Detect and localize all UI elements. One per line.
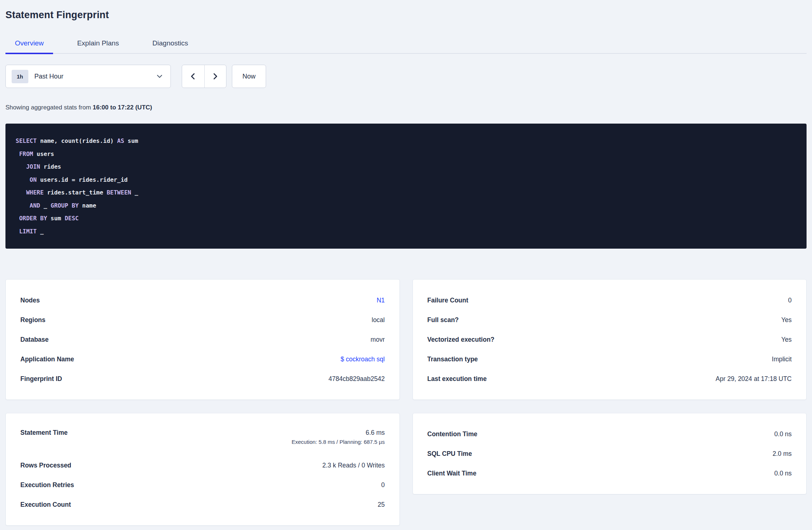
- chevron-right-icon: [212, 72, 218, 80]
- sql-line: ON users.id = rides.rider_id: [16, 173, 796, 186]
- stat-row: Client Wait Time 0.0 ns: [427, 463, 792, 483]
- stat-label: Last execution time: [427, 375, 487, 383]
- stat-label: Fingerprint ID: [20, 375, 62, 383]
- stat-value-wrap: $ cockroach sql: [341, 356, 385, 363]
- tab-explain-plans[interactable]: Explain Plans: [68, 35, 128, 54]
- sql-line: ORDER BY sum DESC: [16, 212, 796, 225]
- time-step-group: [182, 65, 226, 88]
- sql-statement: SELECT name, count(rides.id) AS sum FROM…: [16, 134, 796, 238]
- stat-row: SQL CPU Time 2.0 ms: [427, 444, 792, 463]
- stat-label: Failure Count: [427, 297, 469, 304]
- stat-value: 0: [788, 297, 792, 304]
- card-statement-timing-right: Contention Time 0.0 ns SQL CPU Time 2.0 …: [413, 413, 807, 494]
- stat-row: Nodes N1: [20, 290, 385, 310]
- stat-label: Rows Processed: [20, 462, 71, 469]
- card-statement-timing-left: Statement Time 6.6 ms Execution: 5.8 ms …: [5, 413, 400, 526]
- stat-label: Statement Time: [20, 429, 68, 437]
- stat-value: movr: [371, 336, 385, 344]
- summary-prefix: Showing aggregated stats from: [5, 104, 93, 111]
- stat-value: 2.3 k Reads / 0 Writes: [322, 462, 385, 469]
- stat-label: Full scan?: [427, 316, 459, 324]
- statement-fingerprint-page: Statement Fingerprint Overview Explain P…: [0, 9, 812, 526]
- stat-label: Contention Time: [427, 430, 478, 438]
- stat-label: Transaction type: [427, 356, 478, 363]
- summary-time-range: 16:00 to 17:22 (UTC): [93, 104, 152, 111]
- next-time-button[interactable]: [204, 65, 226, 88]
- stat-row: Execution Count 25: [20, 495, 385, 514]
- time-range-badge: 1h: [12, 70, 28, 83]
- aggregated-stats-summary: Showing aggregated stats from 16:00 to 1…: [5, 104, 807, 111]
- stat-value-wrap: 0: [788, 297, 792, 304]
- stat-value-wrap: 2.3 k Reads / 0 Writes: [322, 462, 385, 469]
- stat-row: Rows Processed 2.3 k Reads / 0 Writes: [20, 455, 385, 475]
- tab-bar: Overview Explain Plans Diagnostics: [5, 35, 807, 54]
- sql-statement-box: SELECT name, count(rides.id) AS sum FROM…: [5, 124, 807, 249]
- time-range-dropdown[interactable]: 1h Past Hour: [5, 65, 171, 88]
- stat-label: Nodes: [20, 297, 40, 304]
- stat-row: Transaction type Implicit: [427, 349, 792, 369]
- stat-value-wrap: 6.6 ms Execution: 5.8 ms / Planning: 687…: [292, 429, 385, 445]
- stat-value-link[interactable]: $ cockroach sql: [341, 356, 385, 363]
- stat-value: 0.0 ns: [774, 470, 792, 477]
- stat-label: Vectorized execution?: [427, 336, 495, 344]
- sql-line: SELECT name, count(rides.id) AS sum: [16, 134, 796, 148]
- stat-value-wrap: 0.0 ns: [774, 430, 792, 438]
- tab-overview[interactable]: Overview: [5, 35, 53, 54]
- stat-row: Contention Time 0.0 ns: [427, 424, 792, 444]
- stat-value-wrap: 0.0 ns: [774, 470, 792, 477]
- stat-value-wrap: 4784cb829aab2542: [329, 375, 385, 383]
- stat-value: 6.6 ms: [366, 429, 385, 437]
- stat-value: 4784cb829aab2542: [329, 375, 385, 383]
- now-button[interactable]: Now: [232, 65, 266, 88]
- card-statement-details-left: Nodes N1 Regions local Database movr App…: [5, 279, 400, 400]
- stat-value-wrap: Apr 29, 2024 at 17:18 UTC: [716, 375, 792, 383]
- stat-value-wrap: 0: [381, 481, 385, 489]
- sql-line: LIMIT _: [16, 225, 796, 238]
- stat-value-link[interactable]: N1: [377, 297, 385, 304]
- stat-value: 25: [378, 501, 385, 509]
- previous-time-button[interactable]: [182, 65, 204, 88]
- stat-value: 0.0 ns: [774, 430, 792, 438]
- stat-label: Application Name: [20, 356, 74, 363]
- time-range-label: Past Hour: [35, 73, 64, 80]
- tab-diagnostics[interactable]: Diagnostics: [143, 35, 197, 54]
- stat-label: Database: [20, 336, 49, 344]
- stat-row: Statement Time 6.6 ms Execution: 5.8 ms …: [20, 424, 385, 455]
- stat-value: Yes: [781, 316, 792, 324]
- stat-row: Fingerprint ID 4784cb829aab2542: [20, 369, 385, 389]
- stat-row: Full scan? Yes: [427, 310, 792, 330]
- stat-row: Last execution time Apr 29, 2024 at 17:1…: [427, 369, 792, 389]
- chevron-left-icon: [190, 72, 196, 80]
- stat-value: local: [372, 316, 385, 324]
- stat-label: Execution Count: [20, 501, 71, 509]
- sql-line: JOIN rides: [16, 160, 796, 173]
- stat-value-wrap: local: [372, 316, 385, 324]
- sql-line: AND _ GROUP BY name: [16, 199, 796, 212]
- stat-value-wrap: 2.0 ms: [772, 450, 792, 458]
- stat-row: Failure Count 0: [427, 290, 792, 310]
- stat-label: SQL CPU Time: [427, 450, 472, 458]
- stat-row: Execution Retries 0: [20, 475, 385, 495]
- stat-row: Application Name $ cockroach sql: [20, 349, 385, 369]
- stat-row: Database movr: [20, 330, 385, 349]
- time-controls: 1h Past Hour Now: [5, 65, 807, 88]
- stat-value: 2.0 ms: [772, 450, 792, 458]
- sql-line: WHERE rides.start_time BETWEEN _: [16, 186, 796, 199]
- stat-row: Regions local: [20, 310, 385, 330]
- page-title: Statement Fingerprint: [5, 9, 807, 21]
- stat-label: Execution Retries: [20, 481, 74, 489]
- stat-cards-grid: Nodes N1 Regions local Database movr App…: [5, 279, 807, 526]
- stat-subvalue: Execution: 5.8 ms / Planning: 687.5 µs: [292, 439, 385, 445]
- stat-value: Yes: [781, 336, 792, 344]
- stat-value-wrap: movr: [371, 336, 385, 344]
- chevron-down-icon: [157, 75, 162, 78]
- stat-value-wrap: Yes: [781, 336, 792, 344]
- stat-value-wrap: Implicit: [772, 356, 792, 363]
- sql-line: FROM users: [16, 148, 796, 161]
- card-statement-details-right: Failure Count 0 Full scan? Yes Vectorize…: [413, 279, 807, 400]
- stat-value: Implicit: [772, 356, 792, 363]
- stat-label: Client Wait Time: [427, 470, 477, 477]
- stat-label: Regions: [20, 316, 45, 324]
- stat-value-wrap: Yes: [781, 316, 792, 324]
- stat-value: Apr 29, 2024 at 17:18 UTC: [716, 375, 792, 383]
